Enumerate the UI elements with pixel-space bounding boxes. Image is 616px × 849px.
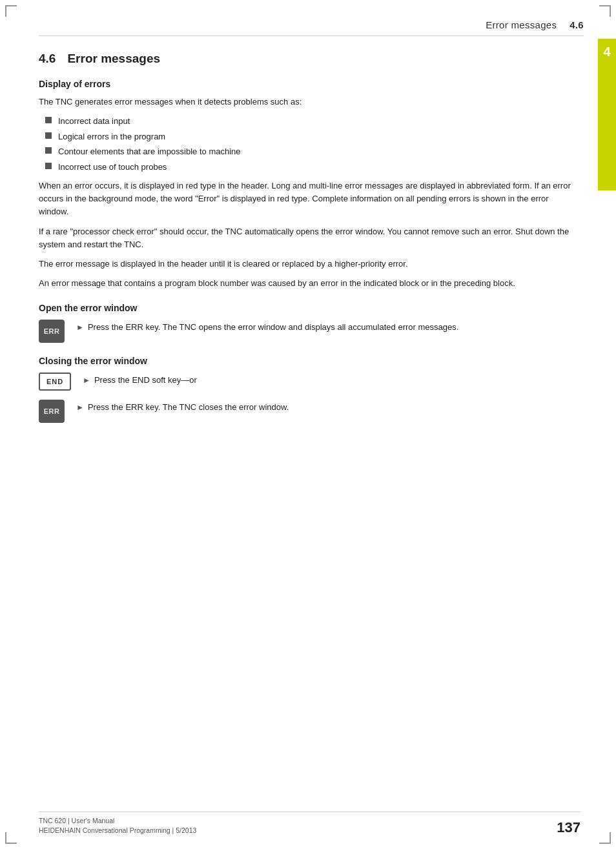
page: 4 Error messages 4.6 4.6Error messages D… [0,0,616,849]
list-item: Incorrect use of touch probes [45,161,580,174]
bullet-list: Incorrect data input Logical errors in t… [45,115,580,173]
close-instruction-2: Press the ERR key. The TNC closes the er… [88,402,289,412]
open-error-window-heading: Open the error window [39,303,580,313]
content-area: 4.6Error messages Display of errors The … [39,52,580,810]
corner-mark-tr [599,5,611,17]
chapter-number: 4 [598,39,616,61]
corner-mark-tl [5,5,17,17]
arrow-icon: ► [83,374,90,387]
bullet-text: Incorrect use of touch probes [58,161,167,174]
bullet-text: Incorrect data input [58,115,130,128]
bullet-icon [45,147,52,154]
header-title: Error messages [486,19,557,30]
bullet-text: Contour elements that are impossible to … [58,145,241,158]
list-item: Incorrect data input [45,115,580,128]
page-footer: TNC 620 | User's Manual HEIDENHAIN Conve… [39,812,580,837]
footer-manual-subtitle: HEIDENHAIN Conversational Programming | … [39,826,196,836]
open-error-instruction-text: ►Press the ERR key. The TNC opens the er… [76,320,458,334]
section-number: 4.6 [39,52,56,65]
footer-manual-title: TNC 620 | User's Manual [39,816,196,826]
end-key-container: END [39,373,71,391]
closing-error-window-heading: Closing the error window [39,356,580,366]
bullet-icon [45,132,52,139]
section-heading: 4.6Error messages [39,52,580,66]
display-errors-intro: The TNC generates error messages when it… [39,96,580,108]
err-key-open: ERR [39,320,65,343]
display-errors-para1: When an error occurs, it is displayed in… [39,179,580,218]
chapter-tab-bar [598,61,616,190]
display-errors-para4: An error message that contains a program… [39,277,580,290]
close-instruction-text-1: ►Press the END soft key—or [83,373,197,387]
section-title: Error messages [67,52,160,65]
close-instruction-1: Press the END soft key—or [94,375,197,385]
err-key-button: ERR [39,320,65,343]
bullet-text: Logical errors in the program [58,130,165,143]
footer-left: TNC 620 | User's Manual HEIDENHAIN Conve… [39,816,196,837]
bullet-icon [45,117,52,123]
err-key-close: ERR [39,400,65,423]
close-error-instruction-row-2: ERR ►Press the ERR key. The TNC closes t… [39,400,580,423]
display-errors-para2: If a rare "processor check error" should… [39,225,580,251]
end-key-button: END [39,373,71,391]
bullet-icon [45,163,52,169]
close-instruction-text-2: ►Press the ERR key. The TNC closes the e… [76,400,289,414]
corner-mark-br [599,832,611,844]
chapter-tab: 4 [598,39,616,190]
display-errors-para3: The error message is displayed in the he… [39,258,580,271]
list-item: Contour elements that are impossible to … [45,145,580,158]
page-number: 137 [557,819,580,836]
open-error-instruction-row: ERR ►Press the ERR key. The TNC opens th… [39,320,580,343]
header-section: 4.6 [570,19,584,30]
close-error-instruction-row-1: END ►Press the END soft key—or [39,373,580,391]
page-header: Error messages 4.6 [39,19,584,36]
err-key-label: ERR [44,327,60,335]
arrow-icon: ► [76,402,84,414]
list-item: Logical errors in the program [45,130,580,143]
open-instruction-text: Press the ERR key. The TNC opens the err… [88,322,458,332]
corner-mark-bl [5,832,17,844]
end-key-label: END [46,378,63,385]
display-errors-heading: Display of errors [39,79,580,89]
err-key-button-2: ERR [39,400,65,423]
err-key-label-2: ERR [44,407,60,415]
arrow-icon: ► [76,322,84,334]
